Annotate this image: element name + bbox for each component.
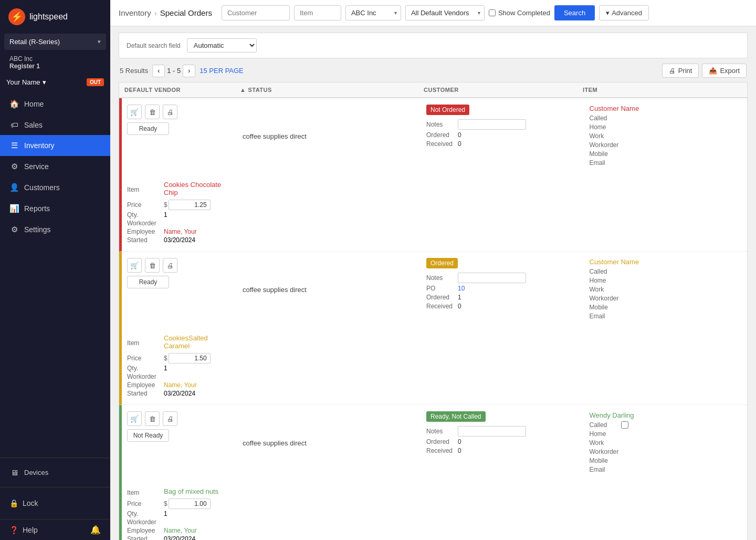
show-completed-text: Show Completed [498, 9, 550, 17]
row3-item-name[interactable]: Bag of mixed nuts [164, 487, 218, 495]
store-selector-label: Retail (R-Series) [9, 38, 60, 46]
col-customer-label: CUSTOMER [424, 87, 459, 93]
row2-ready-toggle[interactable]: Ready [127, 276, 169, 288]
table-row: 🛒 🗑 🖨 Not Ready coffee supplies direct R… [119, 405, 747, 540]
row1-price-input[interactable] [169, 200, 211, 210]
row3-customer-name[interactable]: Wendy Darling [590, 411, 742, 419]
per-page[interactable]: 15 PER PAGE [200, 67, 244, 75]
pager-next[interactable]: › [183, 65, 195, 77]
row1-notes-input[interactable] [458, 119, 526, 130]
row3-employee[interactable]: Name, Your [164, 527, 197, 534]
row1-ready-toggle[interactable]: Ready [127, 122, 169, 135]
sidebar-item-inventory[interactable]: ☰ Inventory [0, 135, 110, 156]
sidebar-item-sales[interactable]: 🏷 Sales [0, 115, 110, 135]
main-content: Inventory › Special Orders ABC Inc All V… [110, 0, 756, 540]
row2-ordered: 1 [458, 294, 461, 301]
sidebar-item-customers[interactable]: 👤 Customers [0, 177, 110, 198]
row1-customer-name[interactable]: Customer Name [590, 105, 742, 112]
sales-icon: 🏷 [9, 120, 19, 129]
results-bar: 5 Results ‹ 1 - 5 › 15 PER PAGE 🖨 Print … [119, 64, 748, 78]
orders-table: DEFAULT VENDOR ▲ STATUS CUSTOMER ITEM 🛒 [119, 82, 748, 540]
row1-print-button[interactable]: 🖨 [163, 105, 177, 119]
col-header-customer: CUSTOMER [424, 87, 583, 93]
nav-items: 🏠 Home 🏷 Sales ☰ Inventory ⚙ Service 👤 C… [0, 91, 110, 458]
advanced-chevron: ▾ [606, 9, 610, 17]
sidebar-item-settings[interactable]: ⚙ Settings [0, 219, 110, 240]
row2-cart-button[interactable]: 🛒 [127, 258, 142, 273]
row2-print-button[interactable]: 🖨 [163, 258, 177, 273]
row1-status: Not Ordered Notes Ordered 0 Received 0 [421, 98, 584, 174]
item-filter-input[interactable] [294, 5, 341, 20]
sidebar: ⚡ lightspeed Retail (R-Series) ▾ ABC Inc… [0, 0, 110, 540]
lock-button[interactable]: 🔒 Lock [0, 493, 110, 514]
row2-employee[interactable]: Name, Your [164, 381, 197, 389]
customer-filter-input[interactable] [222, 5, 290, 20]
row2-notes-input[interactable] [458, 273, 526, 283]
row3-ready-toggle[interactable]: Not Ready [127, 429, 169, 442]
sidebar-item-home[interactable]: 🏠 Home [0, 94, 110, 115]
row3-trash-button[interactable]: 🗑 [145, 411, 160, 426]
row3-cart-button[interactable]: 🛒 [127, 411, 142, 426]
user-row: Your Name ▾ OUT [0, 75, 110, 91]
col-header-vendor: DEFAULT VENDOR [124, 87, 240, 93]
row2-trash-button[interactable]: 🗑 [145, 258, 160, 273]
sidebar-item-label-reports: Reports [24, 204, 50, 213]
row2-item-name[interactable]: CookiesSalted Caramel [164, 334, 232, 350]
results-left: 5 Results ‹ 1 - 5 › 15 PER PAGE [120, 65, 244, 77]
settings-icon: ⚙ [9, 225, 19, 234]
store-info: ABC Inc Register 1 [0, 52, 110, 75]
print-button[interactable]: 🖨 Print [662, 64, 699, 78]
store-name: ABC Inc [9, 55, 101, 63]
show-completed-label[interactable]: Show Completed [489, 9, 550, 17]
row3-actions: 🛒 🗑 🖨 Not Ready [122, 405, 237, 481]
advanced-button[interactable]: ▾ Advanced [599, 5, 649, 20]
vendor-default-select-wrap: All Default Vendors Custom Vendor ▾ [405, 5, 485, 20]
row1-item-name[interactable]: Cookies Chocolate Chip [164, 181, 232, 196]
sidebar-item-label-service: Service [24, 162, 49, 171]
service-icon: ⚙ [9, 162, 19, 171]
row3-called-checkbox[interactable] [621, 421, 628, 429]
row2-customer-name[interactable]: Customer Name [590, 258, 742, 266]
vendor-default-select[interactable]: All Default Vendors Custom Vendor [405, 5, 485, 20]
col-vendor-label: DEFAULT VENDOR [124, 87, 181, 93]
sidebar-item-service[interactable]: ⚙ Service [0, 156, 110, 177]
row1-received-value: 0 [458, 140, 461, 148]
bell-icon[interactable]: 🔔 [90, 525, 101, 535]
store-selector[interactable]: Retail (R-Series) ▾ [4, 34, 106, 50]
lock-label: Lock [23, 499, 38, 507]
row1-vendor-name: coffee supplies direct [243, 132, 307, 140]
row1-received-row: Received 0 [426, 140, 579, 148]
row2-item: ItemCookiesSalted Caramel Price $ Qty.1 … [122, 328, 237, 404]
export-icon: 📤 [709, 67, 717, 75]
pager-range: 1 - 5 [167, 67, 181, 75]
sidebar-item-reports[interactable]: 📊 Reports [0, 198, 110, 219]
vendor-select[interactable]: ABC Inc All Vendors [345, 5, 401, 20]
pager-prev[interactable]: ‹ [152, 65, 165, 77]
search-field-select[interactable]: Automatic Customer Name Item Name [187, 38, 257, 53]
row1-trash-button[interactable]: 🗑 [145, 105, 160, 119]
row3-notes-input[interactable] [458, 426, 526, 437]
export-button[interactable]: 📤 Export [702, 64, 747, 78]
breadcrumb-current: Special Orders [160, 8, 212, 17]
row2-price-input[interactable] [169, 353, 211, 364]
sidebar-item-devices[interactable]: 🖥 Devices [0, 462, 110, 483]
search-button[interactable]: Search [554, 5, 595, 20]
row2-status-badge: Ordered [426, 258, 458, 268]
row3-status: Ready, Not Called Notes Ordered 0 Receiv… [421, 405, 584, 481]
row3-price-input[interactable] [169, 499, 211, 509]
row1-employee[interactable]: Name, Your [164, 228, 197, 235]
row2-po-link[interactable]: 10 [458, 285, 465, 292]
help-link[interactable]: ❓ Help [9, 526, 38, 534]
row1-cart-button[interactable]: 🛒 [127, 105, 142, 119]
customers-icon: 👤 [9, 183, 19, 192]
row3-print-button[interactable]: 🖨 [163, 411, 177, 426]
user-name[interactable]: Your Name ▾ [6, 78, 46, 86]
col-header-status[interactable]: ▲ STATUS [240, 87, 424, 93]
row1-notes-row: Notes [426, 119, 579, 130]
help-label: Help [23, 526, 38, 534]
show-completed-checkbox[interactable] [489, 9, 496, 16]
row1-received-label: Received [426, 140, 458, 148]
print-icon: 🖨 [669, 67, 676, 75]
breadcrumb-parent[interactable]: Inventory [119, 8, 151, 17]
row3-action-icons: 🛒 🗑 🖨 [127, 411, 232, 426]
